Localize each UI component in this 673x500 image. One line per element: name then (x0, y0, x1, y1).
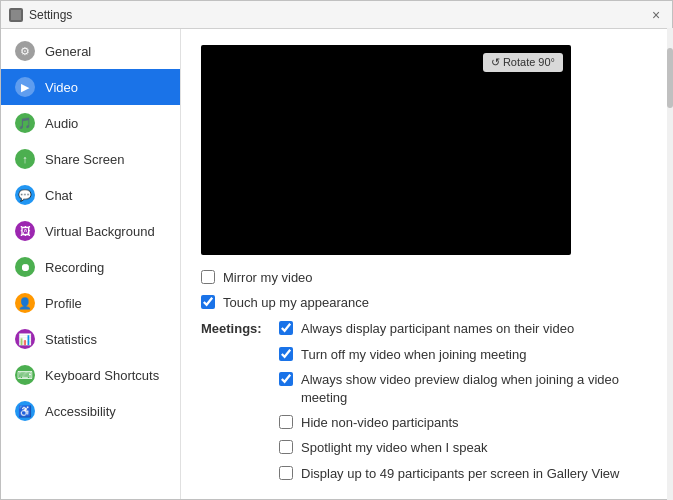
meetings-option-display-names: Always display participant names on thei… (279, 320, 652, 338)
stats-icon: 📊 (15, 329, 35, 349)
turn-off-video-label: Turn off my video when joining meeting (301, 346, 526, 364)
profile-icon: 👤 (15, 293, 35, 313)
mirror-checkbox[interactable] (201, 270, 215, 284)
sidebar-item-profile[interactable]: 👤Profile (1, 285, 180, 321)
meetings-option-spotlight: Spotlight my video when I speak (279, 439, 652, 457)
hide-non-video-checkbox[interactable] (279, 415, 293, 429)
gallery-view-checkbox[interactable] (279, 466, 293, 480)
sidebar-item-virtual-background[interactable]: 🖼Virtual Background (1, 213, 180, 249)
sidebar-label-profile: Profile (45, 296, 82, 311)
hide-non-video-label: Hide non-video participants (301, 414, 459, 432)
meetings-options: Always display participant names on thei… (279, 320, 652, 489)
spotlight-label: Spotlight my video when I speak (301, 439, 487, 457)
sidebar-label-recording: Recording (45, 260, 104, 275)
sidebar-label-general: General (45, 44, 91, 59)
sidebar-label-audio: Audio (45, 116, 78, 131)
mirror-label: Mirror my video (223, 269, 313, 287)
sidebar-label-virtual-background: Virtual Background (45, 224, 155, 239)
basic-options: Mirror my video Touch up my appearance (201, 269, 652, 312)
main-content: ↺ Rotate 90° Mirror my video Touch up my… (181, 29, 672, 499)
show-preview-checkbox[interactable] (279, 372, 293, 386)
display-names-label: Always display participant names on thei… (301, 320, 574, 338)
audio-icon: 🎵 (15, 113, 35, 133)
recording-icon: ⏺ (15, 257, 35, 277)
sidebar-item-recording[interactable]: ⏺Recording (1, 249, 180, 285)
share-icon: ↑ (15, 149, 35, 169)
accessibility-icon: ♿ (15, 401, 35, 421)
chat-icon: 💬 (15, 185, 35, 205)
keyboard-icon: ⌨ (15, 365, 35, 385)
touchup-option-row: Touch up my appearance (201, 294, 652, 312)
touchup-label: Touch up my appearance (223, 294, 369, 312)
sidebar-item-audio[interactable]: 🎵Audio (1, 105, 180, 141)
sidebar-item-video[interactable]: ▶Video (1, 69, 180, 105)
scrollbar-track (667, 29, 672, 499)
sidebar: ⚙General▶Video🎵Audio↑Share Screen💬Chat🖼V… (1, 29, 181, 499)
sidebar-item-general[interactable]: ⚙General (1, 33, 180, 69)
titlebar: Settings × (1, 1, 672, 29)
show-preview-label: Always show video preview dialog when jo… (301, 371, 652, 407)
meetings-option-show-preview: Always show video preview dialog when jo… (279, 371, 652, 407)
meetings-section: Meetings: Always display participant nam… (201, 320, 652, 489)
meetings-option-turn-off-video: Turn off my video when joining meeting (279, 346, 652, 364)
sidebar-label-keyboard-shortcuts: Keyboard Shortcuts (45, 368, 159, 383)
gear-icon: ⚙ (15, 41, 35, 61)
sidebar-label-accessibility: Accessibility (45, 404, 116, 419)
sidebar-item-keyboard-shortcuts[interactable]: ⌨Keyboard Shortcuts (1, 357, 180, 393)
spotlight-checkbox[interactable] (279, 440, 293, 454)
touchup-checkbox[interactable] (201, 295, 215, 309)
sidebar-label-statistics: Statistics (45, 332, 97, 347)
turn-off-video-checkbox[interactable] (279, 347, 293, 361)
meetings-option-gallery-view: Display up to 49 participants per screen… (279, 465, 652, 483)
meetings-option-hide-non-video: Hide non-video participants (279, 414, 652, 432)
sidebar-item-chat[interactable]: 💬Chat (1, 177, 180, 213)
gallery-view-label: Display up to 49 participants per screen… (301, 465, 619, 483)
close-button[interactable]: × (648, 7, 664, 23)
app-icon (9, 8, 23, 22)
bg-icon: 🖼 (15, 221, 35, 241)
sidebar-label-share-screen: Share Screen (45, 152, 125, 167)
window-title: Settings (29, 8, 72, 22)
sidebar-item-statistics[interactable]: 📊Statistics (1, 321, 180, 357)
sidebar-label-chat: Chat (45, 188, 72, 203)
scrollbar-thumb[interactable] (667, 48, 672, 108)
rotate-button[interactable]: ↺ Rotate 90° (483, 53, 563, 72)
sidebar-label-video: Video (45, 80, 78, 95)
mirror-option-row: Mirror my video (201, 269, 652, 287)
sidebar-item-accessibility[interactable]: ♿Accessibility (1, 393, 180, 429)
sidebar-item-share-screen[interactable]: ↑Share Screen (1, 141, 180, 177)
video-icon: ▶ (15, 77, 35, 97)
video-preview: ↺ Rotate 90° (201, 45, 571, 255)
display-names-checkbox[interactable] (279, 321, 293, 335)
meetings-label: Meetings: (201, 320, 271, 336)
svg-rect-0 (11, 10, 21, 20)
